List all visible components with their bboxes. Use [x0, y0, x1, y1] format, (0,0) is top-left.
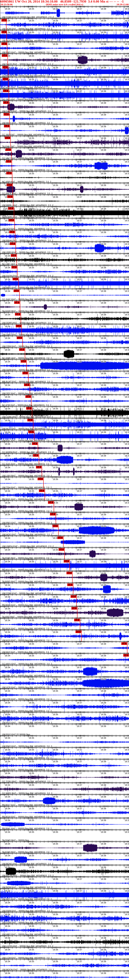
- trace-row[interactable]: UW.BOW.EHZ.-- 99999.0km BW HIGHPASS 2.0 …: [0, 877, 129, 888]
- trace-row[interactable]: TA.D04D.BHZ.-- 99999.0km 18:3418:3518:36…: [0, 830, 129, 842]
- trace-row[interactable]: UW.STAR.EHZ.-- 99999.0km BW HIGHPASS 2.0…: [0, 583, 129, 595]
- trace-row[interactable]: PB.B018.EHZ.-- 99999.0km BW HIGHPASS 2.0…: [0, 806, 129, 818]
- trace-row[interactable]: UW.RCS.EHZ.-- 99999.0km BW HIGHPASS 2.0 …: [0, 159, 129, 171]
- trace-row[interactable]: UW.GMO.EHZ.-- 99999.0km BW HIGHPASS 2.0 …: [0, 324, 129, 336]
- trace-row[interactable]: UW.BRO.EHZ.-- 99999.0km BW HIGHPASS 2.0 …: [0, 42, 129, 54]
- trace-label: UW.RVC.EHZ.-- 99999.0km BW HIGHPASS 2.0 …: [2, 439, 52, 442]
- trace-row[interactable]: UW.BEND.EHZ.-- 99999.0km BW HIGHPASS 2.0…: [0, 853, 129, 865]
- trace-row[interactable]: UW.SVOH.EHZ.-- 99999.0km BW HIGHPASS 2.0…: [0, 265, 129, 277]
- trace-row[interactable]: TA.B05D.BHZ.-- 99999.0km BW HIGHPASS 2.0…: [0, 571, 129, 583]
- trace-row[interactable]: PB.B032.EHZ.-- 99999.0km BW HIGHPASS 2.0…: [0, 700, 129, 712]
- trace-row[interactable]: CC.NORM.BHZ.-- 99999.0km BW HIGHPASS 2.0…: [0, 442, 129, 453]
- trace-row[interactable]: PB.B013.EHZ.-- 99999.0km BW HIGHPASS 2.0…: [0, 559, 129, 571]
- trace-row[interactable]: UW.LCCR.HHZ.-- 99999.0km BW HIGHPASS 2.0…: [0, 935, 129, 947]
- trace-row[interactable]: PB.B926.EHZ.-- 99999.0km BW HIGHPASS 2.0…: [0, 618, 129, 630]
- trace-row[interactable]: UO.JRO.EHZ.-- 99999.0km BW HIGHPASS 2.0 …: [0, 89, 129, 100]
- trace-row[interactable]: UW.TDH.EHZ.-- 99999.0km BW HIGHPASS 2.0 …: [0, 477, 129, 488]
- time-tick-label: 18:37: [77, 525, 82, 527]
- trace-row[interactable]: NC.KTR.EHZ.-- 99999.0km BW HIGHPASS 2.0 …: [0, 395, 129, 406]
- trace-row[interactable]: UW.BPO.EHZ.-- 99999.0km BW HIGHPASS 2.0 …: [0, 888, 129, 900]
- trace-row[interactable]: CC.SVIC.EHZ.-- 99999.0km BW HIGHPASS 2.0…: [0, 289, 129, 301]
- trace-row[interactable]: UW.RVC.EHZ.-- 99999.0km BW HIGHPASS 2.0 …: [0, 430, 129, 442]
- trace-row[interactable]: PB.B017.EHZ.-- 99999.0km BW HIGHPASS 2.0…: [0, 794, 129, 806]
- trace-row[interactable]: UW.FMW.EHZ.-- 99999.0km BW HIGHPASS 2.0 …: [0, 900, 129, 912]
- time-tick-label: 18:34: [5, 419, 10, 422]
- trace-row[interactable]: UW.SHUK.BHZ.-- 99999.0km BW HIGHPASS 2.0…: [0, 54, 129, 65]
- time-tick-label: 18:38: [101, 807, 106, 810]
- p-pick-line: [76, 595, 77, 606]
- trace-row[interactable]: UW.LEBA.HHZ.-- 99999.0km BW HIGHPASS 2.0…: [0, 406, 129, 418]
- trace-row[interactable]: UW.STAR.EHZ.01 99999.0km BW HIGHPASS 2.0…: [0, 6, 129, 18]
- trace-row[interactable]: UW.MRBL.HHZ.-- 99999.0km BW HIGHPASS 2.0…: [0, 195, 129, 207]
- trace-row[interactable]: UW.GBL.EHZ.-- 99999.0km BW HIGHPASS 2.0 …: [0, 665, 129, 677]
- trace-row[interactable]: UO.HUO.EHZ.-- 99999.0km BW HIGHPASS 2.0 …: [0, 77, 129, 89]
- time-tick-label: 18:36: [53, 337, 58, 339]
- time-tick-label: 18:3: [125, 384, 129, 386]
- trace-row[interactable]: TA.G03D.BHZ.-- 99999.0km BW HIGHPASS 2.0…: [0, 301, 129, 312]
- trace-row[interactable]: PB.B941.EHZ.-- 99999.0km BW HIGHPASS 2.0…: [0, 818, 129, 830]
- trace-row[interactable]: MB.BLMT.EHZ.-- 99999.0km BW HIGHPASS 2.0…: [0, 371, 129, 383]
- trace-row[interactable]: UW.MOON.EHZ.-- 99999.0km BW HIGHPASS 2.0…: [0, 959, 129, 971]
- trace-row[interactable]: UW.KOS.EHZ.-- 99999.0km BW HIGHPASS 2.0 …: [0, 630, 129, 641]
- trace-row[interactable]: UW.SOS.EHZ.-- 99999.0km BW HIGHPASS 2.0 …: [0, 30, 129, 42]
- trace-row[interactable]: UW.FHE.EHZ.-- 99999.0km BW HIGHPASS 2.0 …: [0, 747, 129, 759]
- trace-row[interactable]: CC.SUG.EHZ.-- 99999.0km BW HIGHPASS 2.0 …: [0, 453, 129, 465]
- trace-row[interactable]: UW.HOG.EHZ.-- 99999.0km BW HIGHPASS 2.0 …: [0, 524, 129, 536]
- trace-row[interactable]: UW.LRIV.BHZ.-- 99999.0km BW HIGHPASS 2.0…: [0, 465, 129, 477]
- trace-row[interactable]: TA.E04D.BHZ.-- 99999.0km BW HIGHPASS 2.0…: [0, 842, 129, 853]
- trace-row[interactable]: UO.FRIS.EHZ.-- 99999.0km BW HIGHPASS 2.0…: [0, 65, 129, 77]
- trace-row[interactable]: UW.RNO.EHZ.-- 99999.0km BW HIGHPASS 2.0 …: [0, 736, 129, 747]
- trace-row[interactable]: UW.JORV.EHZ.-- 99999.0km BW HIGHPASS 2.0…: [0, 242, 129, 253]
- trace-row[interactable]: UW.EPH.EHZ.-- 99999.0km BW HIGHPASS 2.0 …: [0, 759, 129, 771]
- trace-row[interactable]: TA.A04D.BHZ.-- 99999.0km BW HIGHPASS 2.0…: [0, 500, 129, 512]
- trace-row[interactable]: CC.WIFE.BHZ.-- 99999.0km BW HIGHPASS 2.0…: [0, 783, 129, 794]
- trace-row[interactable]: UW.OTR.EHZ.-- 99999.0km BW HIGHPASS 2.0 …: [0, 689, 129, 700]
- time-tick-label: 18:35: [29, 220, 34, 222]
- trace-row[interactable]: UW.PRO.EHZ.-- 99999.0km BW HIGHPASS 2.0 …: [0, 512, 129, 524]
- trace-row[interactable]: UW.BLOW.HHZ.-- 99999.0km BW HIGHPASS 2.0…: [0, 865, 129, 877]
- trace-row[interactable]: UW.UWFH.EHZ.-- 99999.0km BW HIGHPASS 2.0…: [0, 536, 129, 547]
- trace-row[interactable]: NC.KMR.HHZ.-- 99999.0km BW HIGHPASS 2.0 …: [0, 347, 129, 359]
- trace-row[interactable]: UW.WPO.EHZ.-- 99999.0km BW HIGHPASS 2.0 …: [0, 277, 129, 289]
- trace-row[interactable]: UW.GHW.EHZ.-- 99999.0km BW HIGHPASS 2.0 …: [0, 359, 129, 371]
- trace-row[interactable]: PB.B004.EHZ.-- 99999.0km BW HIGHPASS 2.0…: [0, 595, 129, 606]
- trace-row[interactable]: UW.WHS.EHZ.-- 99999.0km BW HIGHPASS 2.0 …: [0, 112, 129, 124]
- trace-row[interactable]: TA.I04A.EHZ.-- 99999.0km BW HIGHPASS 2.0…: [0, 136, 129, 148]
- trace-row[interactable]: CC.SEP.EHZ.-- 99999.0km BW HIGHPASS 2.0 …: [0, 124, 129, 136]
- trace-row[interactable]: UW.CPW.EHZ.-- 99999.0km BW HIGHPASS 2.0 …: [0, 336, 129, 347]
- trace-row[interactable]: UW.QCP.EHZ.-- 99999.0km BW HIGHPASS 2.0 …: [0, 218, 129, 230]
- trace-row[interactable]: NC.KRP.HHZ.-- 99999.0km BW HIGHPASS 2.0 …: [0, 171, 129, 183]
- time-tick-label: 18:38: [101, 948, 106, 951]
- trace-row[interactable]: UW.RCM.EHZ.-- 99999.0km BW HIGHPASS 2.0 …: [0, 18, 129, 30]
- trace-row[interactable]: UW.HBO.EHZ.-- 99999.0km BW HIGHPASS 2.0 …: [0, 924, 129, 935]
- trace-row[interactable]: UW.DDRF.HHZ.-- 99999.0km BW HIGHPASS 2.0…: [0, 312, 129, 324]
- trace-row[interactable]: UW.MJ2.EHZ.-- 99999.0km BW HIGHPASS 2.0 …: [0, 641, 129, 653]
- trace-row[interactable]: PB.B031.EHZ.-- 99999.0km BW HIGHPASS 2.0…: [0, 488, 129, 500]
- trace-row[interactable]: UW.VCR.EHZ.-- 99999.0km BW HIGHPASS 2.0 …: [0, 677, 129, 689]
- trace-row[interactable]: UW.NCO.EHZ.-- 99999.0km BW HIGHPASS 2.0 …: [0, 418, 129, 430]
- trace-row[interactable]: NC.KHMB.HHZ.-- 99999.0km BW HIGHPASS 2.0…: [0, 207, 129, 218]
- trace-row[interactable]: UW.LCW.EHZ.-- 99999.0km BW HIGHPASS 2.0 …: [0, 947, 129, 959]
- time-tick-label: 18:3: [125, 831, 129, 833]
- time-tick-label: 18:34: [5, 889, 10, 892]
- time-tick-label: 18:35: [29, 760, 34, 763]
- trace-row[interactable]: CC.TCBU.BHZ.-- 99999.0km BW HIGHPASS 2.0…: [0, 771, 129, 783]
- trace-row[interactable]: TA.F04D.BHZ.-- 99999.0km BW HIGHPASS 2.0…: [0, 547, 129, 559]
- trace-row[interactable]: UW.PGO.EHZ.-- 99999.0km BW HIGHPASS 2.0 …: [0, 712, 129, 724]
- time-tick-label: 18:3: [125, 220, 129, 222]
- trace-row[interactable]: UW.PGO.EHZ.20 99999.0km 18:3418:3518:361…: [0, 724, 129, 736]
- trace-row[interactable]: CC.VALT.BHZ.-- 99999.0km BW HIGHPASS 2.0…: [0, 148, 129, 159]
- trace-row[interactable]: UW.SMW.EHZ.-- 99999.0km BW HIGHPASS 2.0 …: [0, 971, 129, 980]
- trace-row[interactable]: NC.LMC.HHZ.-- 99999.0km BW HIGHPASS 2.0 …: [0, 253, 129, 265]
- trace-row[interactable]: UW.DAVN.BHZ.-- 99999.0km BW HIGHPASS 2.0…: [0, 100, 129, 112]
- trace-label: UW.MRBL.HHZ.-- 99999.0km BW HIGHPASS 2.0…: [2, 204, 53, 207]
- trace-label: UW.BPO.EHZ.-- 99999.0km BW HIGHPASS 2.0 …: [2, 898, 52, 900]
- trace-row[interactable]: UW.GSM.EHZ.-- 99999.0km BW HIGHPASS 2.0 …: [0, 912, 129, 924]
- trace-row[interactable]: UW.OD2.EHZ.-- 99999.0km BW HIGHPASS 2.0 …: [0, 383, 129, 395]
- trace-row[interactable]: TA.I05D.BHZ.-- 99999.0km BW HIGHPASS 2.0…: [0, 606, 129, 618]
- trace-row[interactable]: UW.RRH6.EHZ.-- 99999.0km BW HIGHPASS 2.0…: [0, 230, 129, 242]
- trace-label: UW.SOS.EHZ.-- 99999.0km BW HIGHPASS 2.0 …: [2, 40, 52, 42]
- trace-row[interactable]: CC.HIYU.EHZ.-- 99999.0km BW HIGHPASS 2.0…: [0, 653, 129, 665]
- trace-row[interactable]: CC.PRLK.BHZ.-- 99999.0km BW HIGHPASS 2.0…: [0, 183, 129, 195]
- trace-label: UW.RNO.EHZ.-- 99999.0km BW HIGHPASS 2.0 …: [2, 745, 52, 747]
